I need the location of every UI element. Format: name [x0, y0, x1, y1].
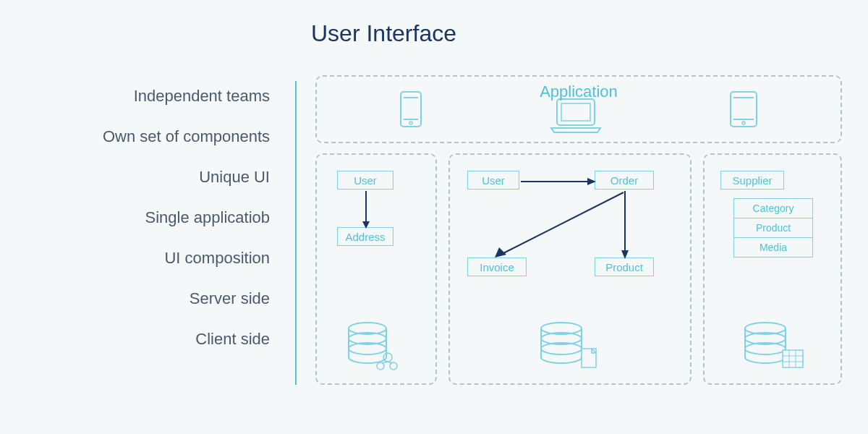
arrow-user-order — [521, 176, 596, 187]
svg-rect-33 — [783, 350, 803, 367]
sidebar-item: Unique UI — [0, 168, 286, 187]
sidebar-item: UI composition — [0, 249, 286, 268]
database-cluster-icon — [346, 321, 404, 372]
entity-user: User — [337, 171, 393, 190]
sidebar-item: Client side — [0, 330, 286, 349]
stack-media: Media — [734, 238, 812, 257]
service-column-1: User Address — [315, 153, 437, 385]
svg-point-3 — [409, 122, 412, 124]
svg-marker-11 — [362, 221, 370, 229]
entity-supplier: Supplier — [720, 171, 784, 190]
service-column-3: Supplier Category Product Media — [703, 153, 842, 385]
vertical-divider — [295, 81, 297, 385]
sidebar-item: Independent teams — [0, 87, 286, 106]
entity-stack: Category Product Media — [733, 198, 813, 258]
sidebar-list: Independent teams Own set of components … — [0, 87, 286, 349]
app-label: Application — [540, 82, 618, 101]
service-column-2: User Order Invoice Product — [448, 153, 692, 385]
svg-line-19 — [388, 362, 392, 363]
sidebar-item: Own set of components — [0, 127, 286, 146]
app-row: Application — [315, 75, 842, 143]
svg-line-18 — [382, 362, 388, 363]
page-title: User Interface — [311, 20, 456, 47]
diagram-area: Application User Address — [315, 75, 851, 393]
phone-icon — [399, 90, 422, 128]
svg-marker-21 — [587, 178, 596, 185]
sidebar-item: Server side — [0, 289, 286, 308]
svg-point-16 — [377, 362, 384, 370]
arrow-order-invoice — [492, 190, 626, 262]
svg-point-17 — [390, 362, 397, 370]
laptop-icon — [547, 96, 605, 135]
svg-point-9 — [742, 122, 745, 124]
tablet-icon — [729, 90, 758, 128]
database-table-icon — [741, 321, 806, 372]
entity-address: Address — [337, 227, 393, 246]
entity-user2: User — [467, 171, 519, 190]
stack-category: Category — [734, 199, 812, 218]
svg-rect-5 — [561, 103, 590, 121]
arrow-user-address — [360, 191, 372, 229]
stack-product: Product — [734, 218, 812, 238]
svg-line-24 — [501, 192, 624, 255]
sidebar-item: Single applicatiob — [0, 208, 286, 227]
svg-point-15 — [383, 353, 392, 362]
database-doc-icon — [537, 321, 602, 372]
entity-order: Order — [595, 171, 654, 190]
